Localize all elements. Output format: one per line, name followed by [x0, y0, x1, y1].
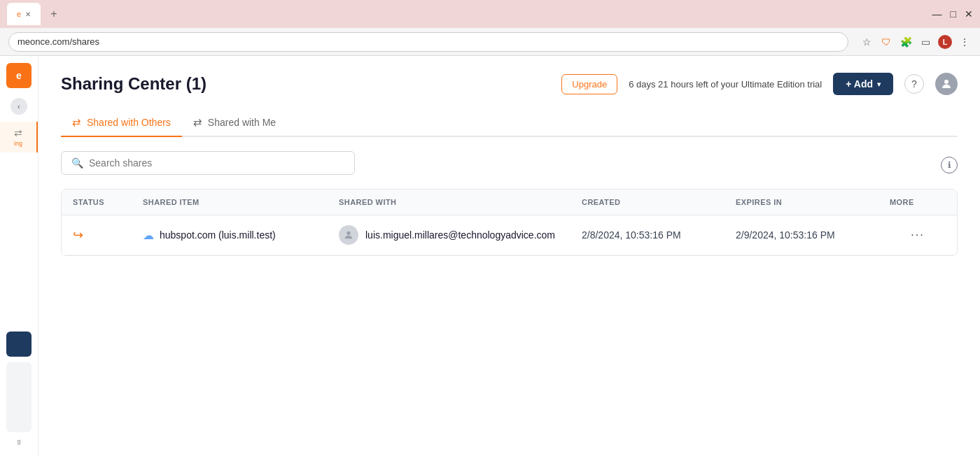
search-bar: 🔍 [61, 151, 355, 175]
search-input[interactable] [89, 157, 344, 169]
address-bar: ☆ 🛡 🧩 ▭ L ⋮ [0, 28, 980, 56]
app-logo[interactable]: e [6, 63, 31, 88]
trial-text: 6 days 21 hours left of your Ultimate Ed… [629, 79, 822, 90]
sidebar-bottom-blue-item[interactable] [6, 332, 31, 357]
col-expires: EXPIRES IN [736, 198, 890, 206]
sidebar-toggle-icon[interactable]: ▭ [918, 35, 932, 49]
info-icon[interactable]: ℹ [941, 157, 958, 173]
more-options-button[interactable]: ··· [911, 229, 924, 241]
share-me-icon: ⇄ [193, 116, 202, 129]
profile-icon[interactable]: L [938, 35, 952, 49]
sharing-icon: ⇄ [14, 127, 22, 138]
col-more: MORE [890, 198, 946, 206]
browser-window-controls: — □ ✕ [932, 8, 973, 20]
svg-point-1 [346, 231, 350, 235]
svg-point-0 [944, 80, 948, 84]
new-tab-button[interactable]: + [46, 8, 61, 20]
sidebar-collapse-toggle[interactable]: ‹ [10, 98, 27, 115]
cloud-icon: ☁ [143, 229, 154, 242]
address-bar-icons: ☆ 🛡 🧩 ▭ L ⋮ [860, 35, 972, 49]
table-header: STATUS SHARED ITEM SHARED WITH CREATED E… [62, 190, 957, 215]
sidebar-item-sharing[interactable]: ⇄ ing [0, 122, 38, 152]
search-info-row: 🔍 ℹ [61, 151, 958, 189]
status-share-icon: ↪ [73, 228, 83, 242]
maximize-button[interactable]: □ [951, 8, 956, 20]
help-button[interactable]: ? [904, 74, 924, 94]
row-status: ↪ [73, 227, 143, 243]
add-chevron-icon: ▾ [877, 80, 881, 88]
page-header: Sharing Center (1) Upgrade 6 days 21 hou… [61, 73, 958, 95]
row-more: ··· [890, 229, 946, 241]
recipient-avatar [339, 225, 358, 245]
user-avatar[interactable] [935, 73, 958, 95]
sidebar-bottom-label: g [17, 438, 20, 445]
col-shared-item: SHARED ITEM [143, 198, 339, 206]
row-shared-item[interactable]: ☁ hubspot.com (luis.mill.test) [143, 229, 339, 242]
row-shared-with: luis.miguel.millares@technologyadvice.co… [339, 225, 582, 245]
table-row: ↪ ☁ hubspot.com (luis.mill.test) luis.mi… [62, 215, 957, 255]
share-others-icon: ⇄ [72, 116, 81, 129]
app-container: e ‹ ⇄ ing g Sharing Center (1) Upgrade 6… [0, 56, 980, 456]
shield-icon[interactable]: 🛡 [879, 35, 893, 49]
minimize-button[interactable]: — [932, 8, 942, 20]
puzzle-icon[interactable]: 🧩 [899, 35, 913, 49]
tab-close-icon[interactable]: ✕ [25, 10, 31, 18]
tab-shared-with-others[interactable]: ⇄ Shared with Others [61, 109, 182, 137]
close-button[interactable]: ✕ [965, 8, 973, 20]
header-actions: Upgrade 6 days 21 hours left of your Ult… [561, 73, 958, 95]
star-icon[interactable]: ☆ [860, 35, 874, 49]
row-created: 2/8/2024, 10:53:16 PM [582, 229, 736, 241]
sidebar-bottom: g [6, 332, 31, 456]
row-expires: 2/9/2024, 10:53:16 PM [736, 229, 890, 241]
upgrade-button[interactable]: Upgrade [561, 74, 617, 94]
search-icon: 🔍 [71, 157, 83, 169]
col-created: CREATED [582, 198, 736, 206]
tabs: ⇄ Shared with Others ⇄ Shared with Me [61, 109, 958, 137]
recipient-avatar-icon [343, 229, 354, 241]
main-content: Sharing Center (1) Upgrade 6 days 21 hou… [38, 56, 980, 456]
avatar-icon [940, 78, 953, 90]
shares-table: STATUS SHARED ITEM SHARED WITH CREATED E… [61, 189, 958, 256]
col-status: STATUS [73, 198, 143, 206]
col-shared-with: SHARED WITH [339, 198, 582, 206]
sidebar: e ‹ ⇄ ing g [0, 56, 38, 456]
tab-shared-with-me[interactable]: ⇄ Shared with Me [182, 109, 287, 137]
add-button[interactable]: + Add ▾ [833, 73, 893, 95]
menu-icon[interactable]: ⋮ [958, 35, 972, 49]
sidebar-bottom-extra [6, 362, 31, 432]
tab-favicon: e [17, 10, 21, 18]
browser-tab[interactable]: e e ✕ [7, 3, 41, 25]
address-input[interactable] [8, 32, 848, 52]
sidebar-item-label: ing [14, 140, 22, 147]
page-title: Sharing Center (1) [61, 74, 206, 94]
browser-chrome: e e ✕ + — □ ✕ [0, 0, 980, 28]
